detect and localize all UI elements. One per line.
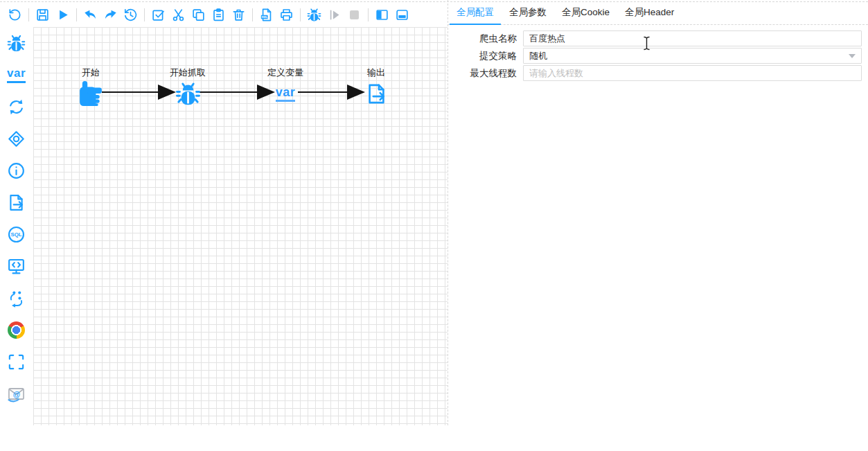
svg-text:@: @ — [13, 390, 20, 398]
debug-button[interactable] — [304, 5, 324, 24]
redo-icon — [103, 8, 118, 22]
toolbar-separator — [252, 8, 253, 21]
toggle-bottom-panel-button[interactable] — [392, 5, 412, 24]
palette-item-selenium[interactable] — [6, 320, 27, 339]
flow-node-start[interactable]: 开始 — [49, 67, 132, 107]
printer-icon — [279, 8, 294, 22]
config-tabs: 全局配置 全局参数 全局Cookie 全局Header — [448, 0, 868, 25]
form-row: 最大线程数 — [448, 65, 868, 81]
node-label: 输出 — [335, 67, 418, 78]
selected-option: 随机 — [529, 48, 547, 63]
tab-global-header[interactable]: 全局Header — [617, 0, 682, 24]
palette-item-info[interactable] — [6, 161, 27, 180]
clipboard-icon — [211, 8, 226, 22]
stop-icon — [347, 8, 362, 22]
chrome-icon — [8, 321, 25, 339]
capture-brackets-icon — [7, 353, 26, 371]
chevron-down-icon — [849, 54, 856, 58]
submit-strategy-select[interactable]: 随机 — [523, 48, 862, 64]
palette-item-condition[interactable] — [6, 129, 27, 148]
resume-icon — [327, 8, 342, 22]
debug-bug-icon — [307, 8, 321, 22]
export-xml-button[interactable]: XML — [256, 5, 276, 24]
toolbar-separator — [28, 8, 29, 21]
crawler-bug-icon — [175, 81, 201, 107]
redo-button[interactable] — [100, 5, 121, 24]
history-icon — [123, 8, 138, 22]
cut-button[interactable] — [168, 5, 188, 24]
text-cursor — [643, 36, 650, 53]
panel-bottom-icon — [395, 8, 409, 22]
node-label: 开始抓取 — [146, 67, 229, 78]
flow-node-variable[interactable]: 定义变量 var — [244, 67, 327, 107]
node-palette: var SQL @ — [0, 27, 33, 425]
subflow-icon — [7, 289, 26, 308]
tab-global-config[interactable]: 全局配置 — [449, 0, 502, 24]
stop-button[interactable] — [344, 5, 364, 24]
svg-text:XML: XML — [261, 15, 267, 19]
palette-item-mail[interactable]: @ — [6, 384, 27, 403]
palette-item-sql[interactable]: SQL — [6, 224, 27, 244]
history-button[interactable] — [121, 5, 141, 24]
undo-button[interactable] — [80, 5, 100, 24]
toolbar-separator — [76, 8, 77, 21]
run-button[interactable] — [53, 5, 73, 24]
scissors-icon — [171, 8, 186, 22]
crawler-name-label: 爬虫名称 — [448, 33, 523, 45]
flow-node-crawl[interactable]: 开始抓取 — [146, 67, 229, 107]
mail-at-icon: @ — [7, 384, 26, 403]
panel-left-icon — [375, 8, 389, 22]
select-all-button[interactable] — [148, 5, 168, 24]
max-threads-label: 最大线程数 — [448, 67, 523, 80]
form-row: 爬虫名称 — [448, 30, 868, 46]
bug-icon — [7, 34, 26, 53]
global-config-form: 爬虫名称 提交策略 随机 最大线程数 — [448, 25, 868, 81]
toolbar: XML — [0, 2, 448, 27]
palette-item-subflow[interactable] — [6, 288, 27, 308]
loop-icon — [7, 98, 26, 116]
code-monitor-icon — [7, 257, 26, 276]
flow-canvas[interactable]: 开始 开始抓取 定义变量 var 输出 — [33, 27, 448, 425]
toolbar-separator — [300, 8, 301, 21]
max-threads-input[interactable] — [523, 65, 862, 81]
condition-diamond-icon — [7, 130, 26, 148]
toggle-left-panel-button[interactable] — [372, 5, 392, 24]
palette-item-capture[interactable] — [6, 352, 27, 371]
info-icon — [7, 161, 26, 180]
flow-node-output[interactable]: 输出 — [335, 67, 418, 107]
resume-button[interactable] — [324, 5, 344, 24]
xml-file-icon: XML — [259, 8, 274, 22]
submit-strategy-label: 提交策略 — [448, 50, 523, 62]
print-button[interactable] — [276, 5, 296, 24]
rotate-ccw-icon — [8, 8, 22, 22]
palette-item-variable[interactable]: var — [6, 65, 27, 85]
form-row: 提交策略 随机 — [448, 48, 868, 64]
palette-item-output[interactable] — [6, 193, 27, 212]
palette-item-loop[interactable] — [6, 97, 27, 116]
var-icon: var — [7, 67, 26, 83]
sql-icon: SQL — [7, 225, 26, 244]
copy-button[interactable] — [188, 5, 209, 24]
spider-flow-designer: XML var — [0, 0, 868, 451]
save-icon — [35, 8, 50, 22]
paste-button[interactable] — [209, 5, 229, 24]
toolbar-separator — [368, 8, 369, 21]
tab-global-params[interactable]: 全局参数 — [502, 0, 554, 24]
palette-item-crawler[interactable] — [6, 33, 27, 53]
crawler-name-input[interactable] — [523, 30, 862, 46]
node-label: 开始 — [49, 67, 132, 78]
undo-icon — [83, 8, 98, 22]
svg-text:SQL: SQL — [10, 231, 21, 238]
delete-button[interactable] — [229, 5, 249, 24]
copy-icon — [191, 8, 206, 22]
config-panel: 全局配置 全局参数 全局Cookie 全局Header 爬虫名称 提交策略 随机… — [448, 0, 868, 425]
trash-icon — [231, 8, 246, 22]
check-square-icon — [151, 8, 166, 22]
save-button[interactable] — [33, 5, 53, 24]
palette-item-script[interactable] — [6, 256, 27, 276]
tab-global-cookie[interactable]: 全局Cookie — [554, 0, 617, 24]
reset-button[interactable] — [5, 5, 25, 24]
start-hand-icon — [80, 81, 102, 106]
var-icon: var — [276, 86, 296, 102]
top-border — [0, 1, 868, 2]
